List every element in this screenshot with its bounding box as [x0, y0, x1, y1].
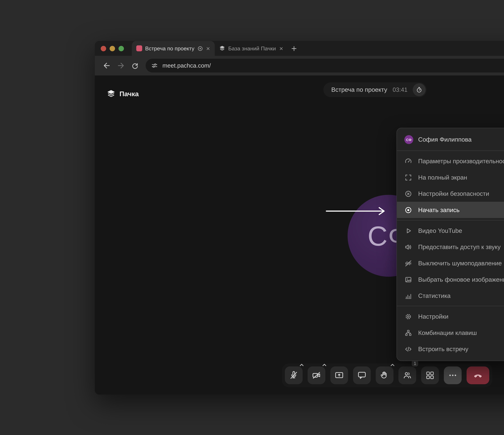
- grid-icon: [425, 370, 435, 380]
- play-icon: [404, 227, 412, 235]
- speaker-icon: [404, 243, 412, 251]
- desktop: Встреча по проекту × База знаний Пачки ×: [0, 0, 504, 435]
- menu-item-settings[interactable]: Настройки: [397, 308, 504, 324]
- mic-options-chevron[interactable]: [299, 361, 304, 368]
- menu-item-share-audio[interactable]: Предоставить доступ к звуку: [397, 239, 504, 255]
- mic-button[interactable]: [285, 366, 303, 384]
- forward-icon: [116, 61, 125, 70]
- hang-up-button[interactable]: [467, 366, 489, 384]
- menu-group: Видео YouTube Предоставить доступ к звук…: [397, 220, 504, 306]
- tab-knowledge-base[interactable]: База знаний Пачки ×: [215, 41, 288, 56]
- site-settings-icon: [151, 62, 158, 69]
- menu-item-fullscreen[interactable]: На полный экран: [397, 169, 504, 185]
- more-options-button[interactable]: [444, 366, 462, 384]
- chevron-up-icon: [322, 363, 327, 367]
- menu-user-avatar: СФ: [404, 135, 413, 144]
- menu-group: Настройки Комбинации клавиш Встроить вст…: [397, 306, 504, 359]
- code-icon: [404, 345, 412, 353]
- menu-item-noise-suppression-off[interactable]: Выключить шумоподавление: [397, 255, 504, 271]
- hang-up-icon: [473, 370, 483, 380]
- back-button[interactable]: [100, 59, 113, 72]
- tab-close-icon[interactable]: ×: [206, 45, 210, 52]
- performance-gauge-icon: [404, 157, 412, 165]
- menu-item-embed-meeting[interactable]: Встроить встречу: [397, 341, 504, 357]
- menu-user-name: София Филиппова: [418, 136, 472, 143]
- timer-button[interactable]: [413, 83, 426, 96]
- tab-meeting[interactable]: Встреча по проекту ×: [132, 41, 215, 56]
- keyboard-shortcuts-icon: [404, 329, 412, 337]
- menu-group: Параметры производительности На полный э…: [397, 151, 504, 220]
- camera-button[interactable]: [307, 366, 325, 384]
- mic-off-icon: [289, 370, 299, 380]
- browser-toolbar: meet.pachca.com/ Relaunch to u: [95, 56, 504, 75]
- menu-item-security[interactable]: Настройки безопасности: [397, 185, 504, 202]
- tab-close-icon[interactable]: ×: [279, 45, 284, 52]
- tab-title: База знаний Пачки: [228, 45, 276, 51]
- forward-button[interactable]: [114, 59, 127, 72]
- tab-title: Встреча по проекту: [145, 45, 194, 51]
- browser-window: Встреча по проекту × База знаний Пачки ×: [95, 41, 504, 395]
- chevron-up-icon: [390, 363, 395, 367]
- camera-options-chevron[interactable]: [322, 361, 327, 368]
- reload-button[interactable]: [128, 59, 142, 72]
- close-window-button[interactable]: [101, 46, 106, 51]
- more-options-menu: СФ София Филиппова Параметры производите…: [396, 128, 504, 361]
- layout-grid-button[interactable]: [421, 366, 439, 384]
- meeting-timer: 03:41: [393, 86, 407, 93]
- gear-icon: [404, 313, 412, 320]
- meeting-page: Пачка Встреча по проекту 03:41 СФ M Софи…: [95, 75, 504, 394]
- menu-item-statistics[interactable]: Статистика: [397, 287, 504, 304]
- annotation-arrow: [325, 206, 392, 217]
- back-icon: [102, 61, 111, 70]
- recording-indicator-icon: [197, 46, 203, 51]
- meeting-header: Встреча по проекту 03:41: [323, 82, 427, 97]
- record-icon: [404, 206, 412, 214]
- stopwatch-icon: [416, 86, 423, 93]
- raise-hand-button[interactable]: [376, 366, 393, 384]
- reactions-chevron[interactable]: [390, 361, 395, 368]
- noise-suppression-off-icon: [404, 259, 412, 267]
- url-text: meet.pachca.com/: [162, 62, 211, 69]
- chevron-up-icon: [299, 363, 304, 367]
- participants-button[interactable]: 1: [398, 366, 416, 384]
- meeting-title: Встреча по проекту: [331, 86, 387, 93]
- pachca-kb-favicon: [219, 45, 225, 51]
- minimize-window-button[interactable]: [109, 46, 115, 51]
- address-bar[interactable]: meet.pachca.com/: [146, 59, 504, 72]
- tab-strip: Встреча по проекту × База знаний Пачки ×: [95, 41, 504, 56]
- chat-icon: [357, 370, 367, 380]
- new-tab-button[interactable]: [291, 45, 297, 52]
- chat-button[interactable]: [353, 366, 371, 384]
- menu-user-header: СФ София Филиппова: [397, 128, 504, 150]
- window-controls: [101, 46, 124, 51]
- bar-chart-icon: [404, 292, 412, 300]
- menu-item-start-recording[interactable]: Начать запись: [397, 202, 504, 218]
- screen-share-icon: [334, 370, 344, 380]
- pachca-logo-text: Пачка: [119, 90, 139, 97]
- participants-icon: [402, 370, 412, 380]
- security-icon: [404, 190, 412, 198]
- maximize-window-button[interactable]: [118, 46, 124, 51]
- screen-share-button[interactable]: [330, 366, 348, 384]
- menu-item-youtube-video[interactable]: Видео YouTube: [397, 222, 504, 239]
- fullscreen-icon: [404, 174, 412, 181]
- call-controls: 1: [282, 364, 492, 387]
- reload-icon: [131, 61, 139, 70]
- pachca-logo-icon: [107, 89, 116, 98]
- menu-item-performance[interactable]: Параметры производительности: [397, 153, 504, 169]
- pachca-logo: Пачка: [107, 89, 139, 98]
- pachca-meet-favicon: [136, 45, 142, 51]
- more-dots-icon: [448, 370, 458, 380]
- plus-icon: [291, 45, 297, 52]
- camera-off-icon: [312, 370, 322, 380]
- image-icon: [404, 276, 412, 283]
- menu-item-background-image[interactable]: Выбрать фоновое изображение: [397, 271, 504, 287]
- menu-item-keyboard-shortcuts[interactable]: Комбинации клавиш: [397, 324, 504, 341]
- raise-hand-icon: [380, 370, 390, 380]
